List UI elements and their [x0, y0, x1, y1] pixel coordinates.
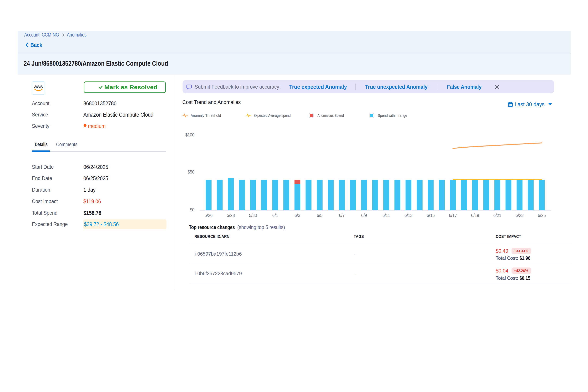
- svg-text:6/21: 6/21: [493, 213, 501, 218]
- svg-text:6/13: 6/13: [404, 213, 412, 218]
- svg-text:aws: aws: [34, 84, 43, 89]
- svg-text:5/30: 5/30: [249, 213, 257, 218]
- svg-text:6/9: 6/9: [361, 213, 367, 218]
- svg-text:6/17: 6/17: [449, 213, 457, 218]
- svg-text:6/5: 6/5: [317, 213, 323, 218]
- svg-text:6/11: 6/11: [382, 213, 390, 218]
- svg-text:6/1: 6/1: [272, 213, 278, 218]
- svg-text:$50: $50: [188, 169, 194, 174]
- svg-text:$0: $0: [190, 207, 194, 212]
- svg-text:6/25: 6/25: [538, 213, 546, 218]
- svg-text:6/15: 6/15: [427, 213, 435, 218]
- svg-text:6/3: 6/3: [294, 213, 300, 218]
- svg-text:6/19: 6/19: [471, 213, 479, 218]
- svg-text:5/28: 5/28: [227, 213, 235, 218]
- svg-text:5/26: 5/26: [205, 213, 213, 218]
- svg-text:6/7: 6/7: [339, 213, 345, 218]
- svg-text:$100: $100: [186, 132, 194, 138]
- svg-text:6/23: 6/23: [516, 213, 524, 218]
